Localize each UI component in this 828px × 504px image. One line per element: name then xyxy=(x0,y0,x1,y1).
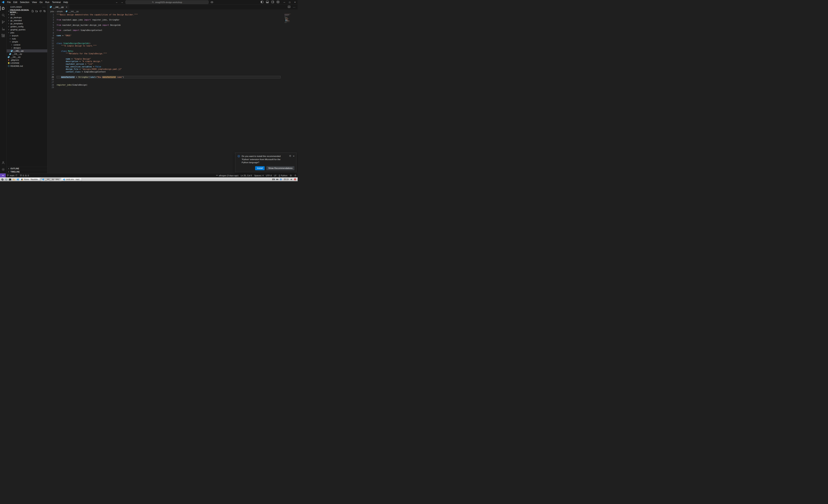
file-init-py[interactable]: __init__.py xyxy=(7,52,47,55)
remote-indicator[interactable]: >< xyxy=(0,173,6,177)
file-init-py[interactable]: __init__.py xyxy=(7,49,47,52)
code-line-18[interactable]: 18 name = "Simple Design" xyxy=(47,58,298,60)
collapse-all-icon[interactable] xyxy=(43,10,46,12)
breadcrumb-item-init-py[interactable]: __init__.py xyxy=(65,10,79,12)
language-item[interactable]: {} Python xyxy=(278,173,289,177)
menu-file[interactable]: File xyxy=(6,0,12,5)
folder-branch[interactable]: ›branch xyxy=(7,34,47,37)
display-icon[interactable] xyxy=(5,178,8,181)
toggle-panel-icon[interactable] xyxy=(266,1,269,4)
code-line-24[interactable]: 24 xyxy=(47,73,298,76)
folder-docs[interactable]: ›docs xyxy=(7,13,47,16)
problems-item[interactable]: 0 0 xyxy=(18,173,30,177)
folder-gc-backups[interactable]: ›gc_backups xyxy=(7,16,47,19)
new-folder-icon[interactable] xyxy=(35,10,38,12)
encoding-item[interactable]: UTF-8 xyxy=(264,173,273,177)
code-line-23[interactable]: 23 context_class = SimpleDesignContext xyxy=(47,71,298,73)
workspace-root-row[interactable]: › ONUG2025-DESIGN-WORK... xyxy=(7,9,47,13)
file-license[interactable]: LICENSE xyxy=(7,61,47,65)
menu-help[interactable]: Help xyxy=(62,0,70,5)
blame-item[interactable]: alhogan (3 days ago) xyxy=(215,173,240,177)
tray-app-icon[interactable] xyxy=(280,178,282,181)
folder-designs[interactable]: ›designs xyxy=(7,46,47,49)
copilot-icon[interactable] xyxy=(210,1,213,4)
task-window-home-nautobo[interactable]: Home - Nautobo... xyxy=(20,178,40,181)
show-recommendations-button[interactable]: Show Recommendations xyxy=(266,166,294,170)
vscode-launcher-icon[interactable] xyxy=(16,178,19,181)
folder-graphql-queries[interactable]: ›graphql_queries xyxy=(7,28,47,31)
timeline-section[interactable]: › TIMELINE xyxy=(7,170,47,173)
menu-run[interactable]: Run xyxy=(44,0,51,5)
accounts-icon[interactable] xyxy=(0,159,7,166)
tab-init-py[interactable]: __init__.py × xyxy=(47,5,69,9)
code-line-21[interactable]: 21 has_sensitive_variables = False xyxy=(47,66,298,68)
source-control-icon[interactable] xyxy=(0,18,7,26)
folder-gc-intended[interactable]: ›gc_intended xyxy=(7,19,47,22)
menu-view[interactable]: View xyxy=(31,0,38,5)
extensions-icon[interactable] xyxy=(0,32,7,39)
git-branch-item[interactable]: main xyxy=(6,173,18,177)
breadcrumb-item-simple[interactable]: simple xyxy=(57,10,63,12)
code-line-8[interactable]: 8 xyxy=(47,32,298,34)
file-readme-md[interactable]: README.md xyxy=(7,65,47,68)
run-debug-icon[interactable] xyxy=(0,26,7,32)
code-line-25[interactable]: 25 manufacturer = StringVar(label="New m… xyxy=(47,76,298,79)
install-button[interactable]: Install xyxy=(255,166,264,170)
code-line-17[interactable]: 17 xyxy=(47,55,298,58)
feedback-icon[interactable] xyxy=(289,173,293,177)
file-init-py[interactable]: __init__.py xyxy=(7,55,47,58)
code-editor[interactable]: 1"""Basic design demonstrates the capabi… xyxy=(47,13,298,173)
folder-jobs[interactable]: ›jobs xyxy=(7,31,47,34)
minimize-button[interactable]: ─ xyxy=(282,0,287,4)
folder-gc-templates[interactable]: ›gc_templates xyxy=(7,22,47,25)
code-line-19[interactable]: 19 description = "A simple design." xyxy=(47,60,298,63)
task-window-init-py-onu[interactable]: __init__.py - onu... xyxy=(41,178,61,181)
cursor-position-item[interactable]: Ln 25, Col 5 xyxy=(240,173,253,177)
folder-simple[interactable]: ›simple xyxy=(7,40,47,43)
code-line-1[interactable]: 1"""Basic design demonstrates the capabi… xyxy=(47,13,298,16)
toggle-secondary-sidebar-icon[interactable] xyxy=(271,1,274,4)
folder-context[interactable]: ›context xyxy=(7,43,47,46)
menu-selection[interactable]: Selection xyxy=(18,0,31,5)
code-line-9[interactable]: 9name = "ONUG" xyxy=(47,34,298,37)
split-editor-icon[interactable] xyxy=(288,5,290,9)
code-line-5[interactable]: 5from nautobot_design_builder.design_job… xyxy=(47,24,298,27)
toggle-sidebar-icon[interactable] xyxy=(261,1,263,4)
back-icon[interactable]: ← xyxy=(115,1,118,4)
code-line-15[interactable]: 15 class Meta: xyxy=(47,50,298,52)
search-sidebar-icon[interactable] xyxy=(0,12,7,18)
minimap[interactable] xyxy=(285,14,295,23)
code-line-2[interactable]: 2 xyxy=(47,16,298,19)
folder-nuts[interactable]: ›nuts xyxy=(7,37,47,40)
explorer-icon[interactable] xyxy=(0,5,7,12)
file-gitignore[interactable]: .gitignore xyxy=(7,58,47,61)
code-line-14[interactable]: 14 xyxy=(47,47,298,50)
launcher-icon[interactable] xyxy=(1,178,4,181)
breadcrumb-item-jobs[interactable]: jobs xyxy=(50,10,54,12)
outline-section[interactable]: › OUTLINE xyxy=(7,167,47,170)
more-actions-icon[interactable]: ··· xyxy=(293,6,295,8)
file-manager-icon[interactable] xyxy=(12,178,15,181)
menu-edit[interactable]: Edit xyxy=(12,0,18,5)
keyboard-icon[interactable] xyxy=(276,178,279,181)
settings-gear-icon[interactable] xyxy=(0,166,7,173)
keyboard-layout-label[interactable]: EN xyxy=(272,178,275,180)
code-line-3[interactable]: 3from nautobot.apps.jobs import register… xyxy=(47,18,298,21)
code-line-11[interactable]: 11 xyxy=(47,39,298,42)
command-center[interactable]: onug2025-design-workshop xyxy=(125,0,209,4)
notifications-bell-icon[interactable] xyxy=(293,173,298,177)
new-file-icon[interactable] xyxy=(31,10,34,12)
code-line-27[interactable]: 27 xyxy=(47,81,298,84)
code-line-20[interactable]: 20 nautobot_version = ">=2" xyxy=(47,63,298,66)
refresh-icon[interactable] xyxy=(39,10,42,12)
terminal-icon[interactable] xyxy=(8,178,11,181)
code-line-6[interactable]: 6 xyxy=(47,27,298,29)
code-line-26[interactable]: 26 xyxy=(47,78,298,81)
notification-close-icon[interactable]: × xyxy=(293,155,294,158)
task-window-creds-env-naut[interactable]: creds.env - naut... xyxy=(62,178,82,181)
menu-go[interactable]: Go xyxy=(38,0,44,5)
menu-terminal[interactable]: Terminal xyxy=(51,0,62,5)
eol-item[interactable]: LF xyxy=(273,173,278,177)
code-line-7[interactable]: 7from .context import SimpleDesignContex… xyxy=(47,29,298,32)
shield-icon[interactable] xyxy=(294,178,296,181)
